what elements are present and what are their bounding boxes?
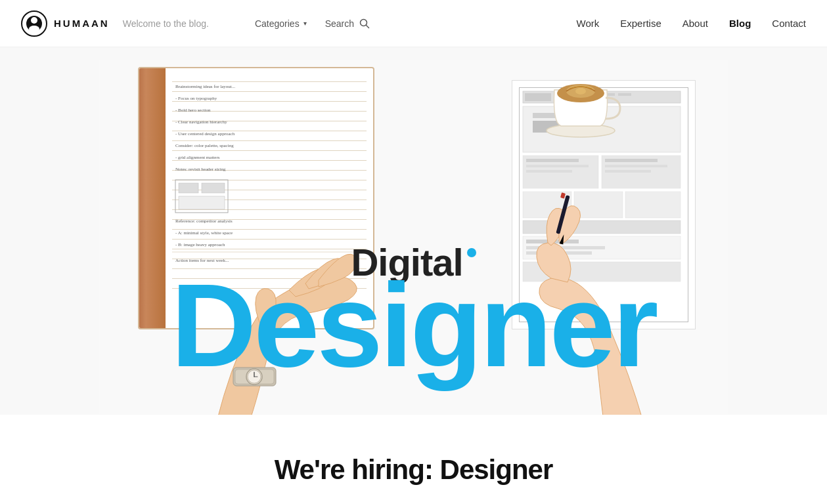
nav-link-contact[interactable]: Contact [772, 18, 806, 29]
coffee-svg [545, 57, 623, 142]
svg-text:- User centered design approac: - User centered design approach [175, 131, 235, 136]
nav-links: Work Expertise About Blog Contact [577, 18, 807, 29]
categories-label: Categories [255, 18, 300, 29]
search-icon [359, 18, 370, 29]
svg-line-5 [367, 25, 369, 28]
svg-text:- Clear navigation hierarchy: - Clear navigation hierarchy [175, 119, 227, 125]
svg-rect-37 [605, 165, 667, 167]
logo-text: HUMAAN [54, 18, 110, 29]
svg-rect-38 [605, 170, 651, 173]
search-label: Search [325, 18, 354, 29]
svg-rect-60 [560, 192, 566, 198]
below-hero-title: We're hiring: Designer [13, 454, 814, 486]
svg-rect-34 [526, 165, 589, 167]
svg-rect-36 [605, 159, 658, 162]
chevron-down-icon: ▾ [303, 20, 307, 27]
categories-dropdown[interactable]: Categories ▾ [248, 14, 313, 33]
svg-point-3 [29, 26, 39, 32]
svg-text:Notes: revisit header sizing: Notes: revisit header sizing [175, 167, 226, 172]
coffee-cup-image [545, 57, 623, 145]
hero-section: Brainstorming ideas for layout... - Focu… [0, 47, 827, 415]
svg-rect-33 [526, 159, 579, 162]
nav-link-expertise[interactable]: Expertise [620, 18, 661, 29]
nav-link-blog[interactable]: Blog [729, 18, 751, 29]
svg-rect-35 [526, 170, 572, 173]
svg-text:- Focus on typography: - Focus on typography [175, 96, 217, 101]
nav-link-about[interactable]: About [682, 18, 708, 29]
below-hero-section: We're hiring: Designer [0, 415, 827, 504]
left-hand-svg [177, 172, 374, 415]
svg-text:Consider: color palette, spaci: Consider: color palette, spacing [175, 143, 234, 148]
search-control[interactable]: Search [319, 14, 376, 33]
svg-text:- grid alignment matters: - grid alignment matters [175, 155, 220, 160]
navbar: HUMAAN Welcome to the blog. Categories ▾… [0, 0, 827, 47]
notebook-cover [138, 68, 166, 328]
svg-point-2 [31, 17, 37, 24]
svg-point-51 [575, 88, 586, 94]
right-hand-svg [525, 185, 682, 415]
nav-tagline: Welcome to the blog. [123, 18, 209, 29]
nav-link-work[interactable]: Work [577, 18, 600, 29]
svg-text:- Bold hero section: - Bold hero section [175, 108, 211, 113]
nav-blog-controls: Categories ▾ Search [248, 14, 376, 33]
logo-link[interactable]: HUMAAN [21, 10, 110, 37]
svg-text:Brainstorming ideas for layout: Brainstorming ideas for layout... [175, 84, 235, 89]
logo-icon [21, 10, 47, 37]
